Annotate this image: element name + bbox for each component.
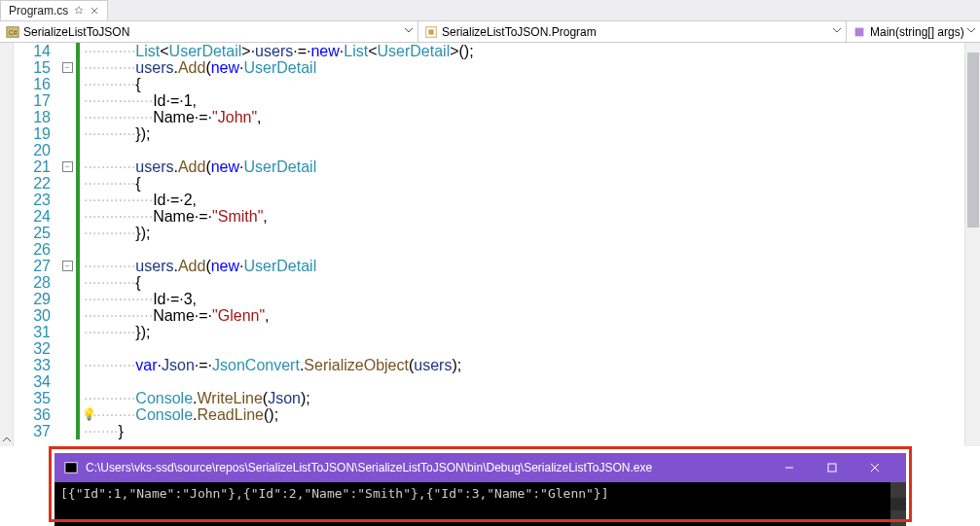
- nav-class-dropdown[interactable]: SerializeListToJSON.Program: [418, 21, 847, 42]
- code-line[interactable]: 22············{: [14, 175, 964, 192]
- code-content[interactable]: ············{: [80, 76, 964, 92]
- document-tab-strip: Program.cs: [0, 0, 980, 21]
- code-content[interactable]: ············users.Add(new·UserDetail: [80, 158, 964, 175]
- code-content[interactable]: ················Name·=·"Smith",: [80, 208, 964, 225]
- code-line[interactable]: 14············List<UserDetail>·users·=·n…: [14, 43, 964, 59]
- method-icon: [853, 25, 866, 39]
- scroll-down-button[interactable]: [890, 510, 906, 526]
- line-number: 27: [14, 258, 58, 274]
- console-output[interactable]: [{"Id":1,"Name":"John"},{"Id":2,"Name":"…: [54, 482, 906, 526]
- code-line[interactable]: 37········}: [14, 423, 964, 439]
- console-app-icon: [64, 461, 78, 474]
- code-line[interactable]: 20: [14, 142, 964, 158]
- code-line[interactable]: 32: [14, 340, 964, 357]
- nav-class-label: SerializeListToJSON.Program: [442, 25, 597, 39]
- console-titlebar[interactable]: C:\Users\vks-ssd\source\repos\SerializeL…: [54, 453, 906, 482]
- maximize-icon: [827, 463, 837, 473]
- code-content[interactable]: ················Name·=·"Glenn",: [80, 307, 964, 324]
- code-content[interactable]: ················Id·=·1,: [80, 92, 964, 109]
- line-number: 22: [14, 175, 58, 192]
- fold-gutter: [58, 423, 76, 439]
- code-content[interactable]: ············});: [80, 225, 964, 241]
- line-number: 32: [14, 340, 58, 357]
- code-content[interactable]: [80, 142, 964, 158]
- editor-left-strip: [0, 43, 14, 446]
- fold-gutter[interactable]: −: [58, 158, 76, 175]
- close-button[interactable]: [853, 453, 896, 482]
- fold-gutter: [58, 125, 76, 142]
- code-content[interactable]: ················Name·=·"John",: [80, 109, 964, 125]
- line-number: 23: [14, 192, 58, 208]
- fold-collapse-icon[interactable]: −: [62, 261, 73, 271]
- code-content[interactable]: ················Id·=·3,: [80, 291, 964, 307]
- code-line[interactable]: 21−············users.Add(new·UserDetail: [14, 158, 964, 175]
- code-content[interactable]: ············});: [80, 324, 964, 340]
- fold-gutter[interactable]: −: [58, 258, 76, 274]
- code-line[interactable]: 35············Console.WriteLine(Json);: [14, 390, 964, 406]
- code-line[interactable]: 33············var·Json·=·JsonConvert.Ser…: [14, 357, 964, 373]
- line-number: 21: [14, 158, 58, 175]
- line-number: 30: [14, 307, 58, 324]
- code-line[interactable]: 34: [14, 373, 964, 390]
- maximize-button[interactable]: [811, 453, 853, 482]
- fold-gutter: [58, 92, 76, 109]
- scroll-up-button[interactable]: [890, 482, 906, 498]
- line-number: 19: [14, 125, 58, 142]
- fold-gutter: [58, 225, 76, 241]
- code-line[interactable]: 26: [14, 241, 964, 258]
- code-line[interactable]: 19············});: [14, 125, 964, 142]
- console-scrollbar[interactable]: [890, 482, 906, 526]
- nav-project-dropdown[interactable]: C# SerializeListToJSON: [0, 21, 418, 42]
- code-line[interactable]: 36············Console.ReadLine();: [14, 406, 964, 423]
- line-number: 20: [14, 142, 58, 158]
- pin-icon[interactable]: [74, 6, 84, 16]
- fold-collapse-icon[interactable]: −: [62, 161, 73, 172]
- close-icon[interactable]: [90, 6, 99, 16]
- minimize-button[interactable]: [768, 453, 811, 482]
- code-line[interactable]: 31············});: [14, 324, 964, 340]
- code-line[interactable]: 25············});: [14, 225, 964, 241]
- code-content[interactable]: ············{: [80, 274, 964, 291]
- code-line[interactable]: 27−············users.Add(new·UserDetail: [14, 258, 964, 274]
- chevron-up-icon[interactable]: [2, 435, 12, 444]
- code-content[interactable]: [80, 373, 964, 390]
- code-line[interactable]: 15−············users.Add(new·UserDetail: [14, 59, 964, 76]
- fold-gutter: [58, 109, 76, 125]
- fold-collapse-icon[interactable]: −: [62, 62, 73, 73]
- code-content[interactable]: [80, 340, 964, 357]
- code-line[interactable]: 28············{: [14, 274, 964, 291]
- code-content[interactable]: ················Id·=·2,: [80, 192, 964, 208]
- code-content[interactable]: ············Console.ReadLine();: [80, 406, 964, 423]
- fold-gutter: [58, 175, 76, 192]
- code-line[interactable]: 29················Id·=·3,: [14, 291, 964, 307]
- code-content[interactable]: ········}: [80, 423, 964, 439]
- code-content[interactable]: ············Console.WriteLine(Json);: [80, 390, 964, 406]
- scrollbar-thumb[interactable]: [967, 53, 979, 228]
- line-number: 28: [14, 274, 58, 291]
- code-line[interactable]: 24················Name·=·"Smith",: [14, 208, 964, 225]
- code-line[interactable]: 23················Id·=·2,: [14, 192, 964, 208]
- code-content[interactable]: ············users.Add(new·UserDetail: [80, 59, 964, 76]
- code-line[interactable]: 17················Id·=·1,: [14, 92, 964, 109]
- fold-gutter: [58, 241, 76, 258]
- code-content[interactable]: ············List<UserDetail>·users·=·new…: [80, 43, 964, 59]
- line-number: 16: [14, 76, 58, 92]
- nav-member-dropdown[interactable]: Main(string[] args): [847, 21, 980, 42]
- fold-gutter[interactable]: −: [58, 59, 76, 76]
- code-editor[interactable]: 14············List<UserDetail>·users·=·n…: [0, 43, 980, 446]
- file-tab-program[interactable]: Program.cs: [0, 0, 108, 20]
- code-content[interactable]: ············var·Json·=·JsonConvert.Seria…: [80, 357, 964, 373]
- code-content[interactable]: ············{: [80, 175, 964, 192]
- code-content[interactable]: [80, 241, 964, 258]
- code-line[interactable]: 30················Name·=·"Glenn",: [14, 307, 964, 324]
- fold-gutter: [58, 76, 76, 92]
- code-line[interactable]: 16············{: [14, 76, 964, 92]
- code-line[interactable]: 18················Name·=·"John",: [14, 109, 964, 125]
- vertical-scrollbar[interactable]: [964, 43, 980, 446]
- console-title-text: C:\Users\vks-ssd\source\repos\SerializeL…: [86, 461, 652, 474]
- code-content[interactable]: ············users.Add(new·UserDetail: [80, 258, 964, 274]
- lightbulb-icon[interactable]: 💡: [82, 407, 96, 421]
- code-rows[interactable]: 14············List<UserDetail>·users·=·n…: [14, 43, 964, 439]
- nav-project-label: SerializeListToJSON: [23, 25, 129, 39]
- code-content[interactable]: ············});: [80, 125, 964, 142]
